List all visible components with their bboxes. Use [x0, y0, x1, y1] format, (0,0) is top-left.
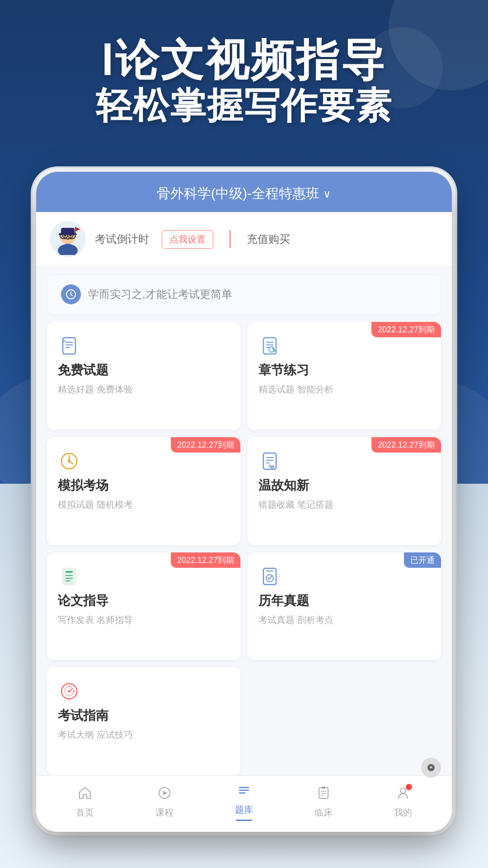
card-mock-desc: 模拟试题 随机模考 — [58, 499, 230, 511]
paper-badge: 2022.12.27到期 — [171, 552, 240, 568]
user-info: 考试倒计时 点我设置 充值购买 — [95, 230, 438, 249]
card-chapter-desc: 精选试题 智能分析 — [258, 383, 430, 396]
svg-rect-8 — [59, 233, 77, 235]
tab-clinical[interactable]: 临床 — [305, 786, 342, 819]
mine-icon — [396, 786, 410, 804]
card-review-title: 温故知新 — [258, 477, 430, 494]
user-bar: 考试倒计时 点我设置 充值购买 — [36, 212, 452, 267]
device-mockup: 骨外科学(中级)-全程特惠班 ∨ — [36, 172, 452, 832]
app-header[interactable]: 骨外科学(中级)-全程特惠班 ∨ — [36, 172, 452, 212]
clinical-icon — [316, 786, 331, 804]
card-exam-guide[interactable]: 考试指南 考试大纲 应试技巧 — [47, 667, 240, 775]
card-paper-title: 论文指导 — [58, 592, 230, 609]
countdown-label: 考试倒计时 — [95, 232, 149, 246]
tab-active-indicator — [236, 820, 252, 821]
course-icon — [157, 786, 172, 804]
hero-title-2: 轻松掌握写作要素 — [0, 84, 488, 127]
review-badge: 2022.12.27到期 — [371, 437, 441, 453]
svg-point-24 — [68, 460, 70, 462]
avatar — [50, 221, 86, 257]
hero-title-1: l论文视频指导 — [0, 36, 488, 84]
tab-home[interactable]: 首页 — [67, 786, 103, 819]
card-chapter-title: 章节练习 — [258, 362, 430, 379]
card-free-questions[interactable]: 免费试题 精选好题 免费体验 — [47, 322, 240, 430]
svg-rect-7 — [61, 228, 75, 234]
tab-mine[interactable]: 我的 — [385, 786, 421, 819]
svg-rect-29 — [63, 568, 75, 585]
card-free-title: 免费试题 — [58, 362, 230, 379]
tab-home-label: 首页 — [76, 807, 94, 819]
tab-questions-label: 题库 — [235, 804, 253, 816]
svg-marker-11 — [75, 227, 80, 231]
chapter-badge: 2022.12.27到期 — [371, 322, 441, 337]
card-mock-title: 模拟考场 — [58, 477, 230, 494]
questions-icon — [237, 783, 251, 801]
card-paper-guide[interactable]: 2022.12.27到期 论文指导 写作发表 名师指导 — [47, 552, 240, 660]
mine-notification-dot — [406, 784, 412, 790]
svg-point-41 — [68, 690, 70, 693]
history-icon — [258, 565, 281, 588]
tab-bar: 首页 课程 题库 — [36, 775, 452, 832]
tab-clinical-label: 临床 — [314, 807, 333, 819]
mock-badge: 2022.12.27到期 — [171, 437, 240, 453]
paper-icon — [58, 565, 80, 588]
card-history-desc: 考试真题 剖析考点 — [258, 614, 430, 626]
history-badge: 已开通 — [404, 552, 441, 568]
dropdown-icon: ∨ — [323, 188, 331, 200]
svg-rect-17 — [62, 340, 66, 342]
mock-icon — [58, 450, 80, 472]
tab-mine-label: 我的 — [394, 807, 412, 819]
countdown-button[interactable]: 点我设置 — [162, 230, 213, 249]
hero-section: l论文视频指导 轻松掌握写作要素 — [0, 36, 488, 127]
guide-icon — [58, 680, 80, 703]
svg-rect-47 — [319, 788, 328, 798]
scroll-indicator — [421, 758, 441, 778]
chapter-icon — [258, 335, 281, 357]
card-guide-title: 考试指南 — [58, 707, 230, 724]
motto-bar: 学而实习之,才能让考试更简单 — [47, 274, 441, 315]
svg-point-52 — [400, 788, 406, 793]
recharge-button[interactable]: 充值购买 — [247, 232, 290, 246]
cards-grid: 免费试题 精选好题 免费体验 2022.12.27到期 章节练习 — [36, 322, 452, 775]
motto-text: 学而实习之,才能让考试更简单 — [88, 287, 232, 302]
device-screen: 骨外科学(中级)-全程特惠班 ∨ — [36, 172, 452, 832]
card-mock-exam[interactable]: 2022.12.27到期 模拟考场 模拟试题 随机模考 — [47, 437, 240, 545]
free-questions-icon — [58, 335, 80, 357]
divider — [230, 230, 230, 248]
review-icon — [258, 450, 281, 472]
card-history-exam[interactable]: 已开通 历年真题 考试真题 剖析考点 — [248, 552, 441, 660]
svg-rect-51 — [322, 787, 325, 789]
tab-course-label: 课程 — [155, 807, 174, 819]
home-icon — [78, 786, 92, 804]
card-guide-desc: 考试大纲 应试技巧 — [58, 729, 230, 741]
card-chapter-practice[interactable]: 2022.12.27到期 章节练习 精选试题 智能分析 — [248, 322, 441, 430]
svg-rect-30 — [66, 571, 73, 573]
tab-questions[interactable]: 题库 — [226, 783, 262, 821]
card-review-desc: 错题收藏 笔记搭题 — [258, 499, 430, 511]
card-review[interactable]: 2022.12.27到期 温故知新 错题收藏 笔记搭题 — [248, 437, 441, 545]
card-paper-desc: 写作发表 名师指导 — [58, 614, 230, 626]
app-header-title: 骨外科学(中级)-全程特惠班 — [157, 184, 319, 203]
card-free-desc: 精选好题 免费体验 — [58, 383, 230, 396]
card-history-title: 历年真题 — [258, 592, 430, 609]
tab-course[interactable]: 课程 — [146, 786, 183, 819]
clock-icon — [61, 284, 81, 304]
